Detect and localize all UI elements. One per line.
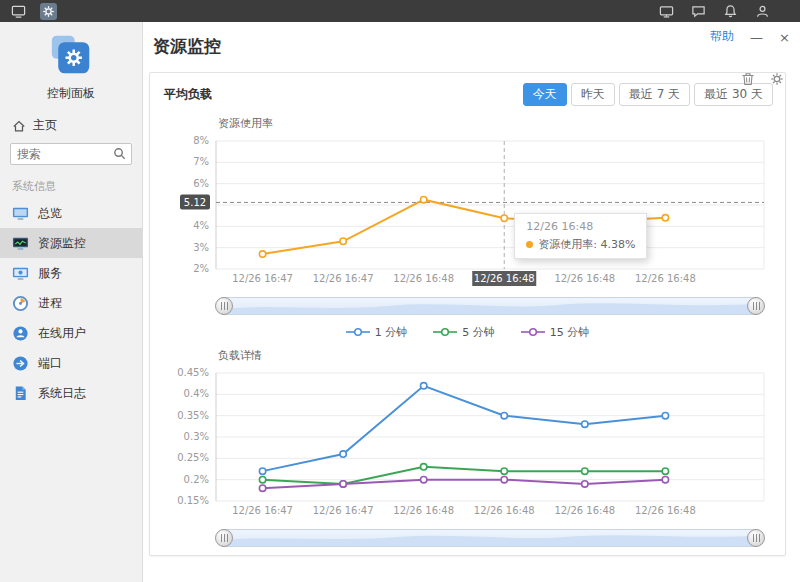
app-name: 控制面板 bbox=[0, 85, 142, 102]
legend-15min[interactable]: 15 分钟 bbox=[521, 325, 590, 340]
series-dot-icon bbox=[526, 241, 533, 248]
desktop-icon[interactable] bbox=[10, 3, 26, 19]
sidebar: 控制面板 主页 系统信息 总览 资源监控 服务 进程 bbox=[0, 22, 143, 582]
trash-icon[interactable] bbox=[741, 72, 755, 86]
chart-zoom-slider-2[interactable] bbox=[216, 529, 764, 547]
tooltip-time: 12/26 16:48 bbox=[526, 220, 635, 233]
svg-text:12/26 16:48: 12/26 16:48 bbox=[393, 505, 454, 516]
svg-text:7%: 7% bbox=[193, 156, 209, 167]
slider-wave bbox=[217, 298, 763, 314]
time-range-group: 今天 昨天 最近 7 天 最近 30 天 bbox=[523, 83, 773, 106]
svg-text:5.12: 5.12 bbox=[184, 197, 206, 208]
svg-text:4%: 4% bbox=[193, 220, 209, 231]
chart-zoom-slider-1[interactable] bbox=[216, 297, 764, 315]
processes-icon bbox=[12, 295, 29, 312]
svg-text:0.15%: 0.15% bbox=[177, 495, 209, 506]
system-logs-icon bbox=[12, 385, 29, 402]
search-icon[interactable] bbox=[112, 146, 127, 161]
svg-text:12/26 16:48: 12/26 16:48 bbox=[554, 273, 615, 284]
svg-text:12/26 16:48: 12/26 16:48 bbox=[635, 273, 696, 284]
svg-text:12/26 16:48: 12/26 16:48 bbox=[635, 505, 696, 516]
svg-text:0.35%: 0.35% bbox=[177, 409, 209, 420]
average-load-panel: 平均负载 今天 昨天 最近 7 天 最近 30 天 资源使用率 12/26 16… bbox=[149, 72, 786, 556]
chat-icon[interactable] bbox=[690, 3, 706, 19]
sidebar-item-home[interactable]: 主页 bbox=[0, 110, 142, 139]
svg-text:12/26 16:48: 12/26 16:48 bbox=[474, 273, 535, 284]
svg-text:8%: 8% bbox=[193, 135, 209, 146]
range-7days-button[interactable]: 最近 7 天 bbox=[619, 83, 690, 106]
range-today-button[interactable]: 今天 bbox=[523, 83, 567, 106]
grip-icon bbox=[221, 534, 228, 542]
slider-right-handle[interactable] bbox=[747, 529, 765, 547]
legend-marker-icon bbox=[521, 327, 545, 337]
control-panel-window: 控制面板 主页 系统信息 总览 资源监控 服务 进程 bbox=[0, 22, 800, 582]
online-users-icon bbox=[12, 325, 29, 342]
home-label: 主页 bbox=[33, 117, 57, 134]
home-icon bbox=[12, 119, 26, 133]
minimize-button[interactable]: — bbox=[750, 31, 763, 44]
overview-icon bbox=[12, 205, 29, 222]
load-legend: 1 分钟 5 分钟 15 分钟 bbox=[150, 325, 785, 340]
slider-wave bbox=[217, 530, 763, 546]
monitor-icon[interactable] bbox=[658, 3, 674, 19]
range-yesterday-button[interactable]: 昨天 bbox=[571, 83, 615, 106]
legend-marker-icon bbox=[346, 327, 370, 337]
range-30days-button[interactable]: 最近 30 天 bbox=[694, 83, 773, 106]
svg-text:12/26 16:47: 12/26 16:47 bbox=[232, 505, 293, 516]
sidebar-item-system-logs[interactable]: 系统日志 bbox=[0, 378, 142, 408]
help-link[interactable]: 帮助 bbox=[710, 28, 734, 46]
load-detail-chart-title: 负载详情 bbox=[218, 348, 785, 363]
svg-text:6%: 6% bbox=[193, 177, 209, 188]
section-system-info: 系统信息 bbox=[0, 173, 142, 198]
svg-text:12/26 16:47: 12/26 16:47 bbox=[313, 273, 374, 284]
page-tools bbox=[741, 72, 784, 86]
load-detail-chart[interactable]: 0.45%0.4%0.35%0.3%0.25%0.2%0.15%12/26 16… bbox=[152, 363, 782, 525]
sidebar-item-overview[interactable]: 总览 bbox=[0, 198, 142, 228]
control-panel-taskbar-icon[interactable] bbox=[40, 3, 57, 20]
grip-icon bbox=[753, 534, 760, 542]
slider-left-handle[interactable] bbox=[215, 529, 233, 547]
slider-right-handle[interactable] bbox=[747, 297, 765, 315]
svg-text:0.45%: 0.45% bbox=[177, 367, 209, 378]
svg-text:12/26 16:48: 12/26 16:48 bbox=[474, 505, 535, 516]
svg-text:12/26 16:48: 12/26 16:48 bbox=[393, 273, 454, 284]
sidebar-item-ports[interactable]: 端口 bbox=[0, 348, 142, 378]
svg-text:3%: 3% bbox=[193, 241, 209, 252]
close-button[interactable]: × bbox=[779, 31, 790, 44]
sidebar-item-services[interactable]: 服务 bbox=[0, 258, 142, 288]
app-logo-block: 控制面板 bbox=[0, 22, 142, 110]
slider-left-handle[interactable] bbox=[215, 297, 233, 315]
sidebar-item-resource-monitor[interactable]: 资源监控 bbox=[0, 228, 142, 258]
svg-text:12/26 16:48: 12/26 16:48 bbox=[554, 505, 615, 516]
tooltip-value: 资源使用率: 4.38% bbox=[538, 237, 635, 252]
ports-icon bbox=[12, 355, 29, 372]
grip-icon bbox=[221, 302, 228, 310]
system-topbar bbox=[0, 0, 800, 22]
panel-title: 平均负载 bbox=[164, 86, 212, 103]
notifications-icon[interactable] bbox=[722, 3, 738, 19]
sidebar-item-online-users[interactable]: 在线用户 bbox=[0, 318, 142, 348]
legend-1min[interactable]: 1 分钟 bbox=[346, 325, 408, 340]
services-icon bbox=[12, 265, 29, 282]
window-controls: 帮助 — × bbox=[710, 28, 790, 46]
legend-5min[interactable]: 5 分钟 bbox=[433, 325, 495, 340]
resource-monitor-icon bbox=[12, 235, 29, 252]
resource-usage-chart-title: 资源使用率 bbox=[218, 116, 785, 131]
svg-text:0.2%: 0.2% bbox=[184, 473, 209, 484]
grip-icon bbox=[753, 302, 760, 310]
svg-text:12/26 16:47: 12/26 16:47 bbox=[313, 505, 374, 516]
settings-icon[interactable] bbox=[770, 72, 784, 86]
main-content: 帮助 — × 资源监控 平均负载 今天 昨天 最近 7 天 最近 30 天 bbox=[143, 22, 800, 582]
sidebar-item-processes[interactable]: 进程 bbox=[0, 288, 142, 318]
page-title: 资源监控 bbox=[153, 35, 800, 58]
svg-text:0.4%: 0.4% bbox=[184, 388, 209, 399]
svg-text:0.3%: 0.3% bbox=[184, 431, 209, 442]
legend-marker-icon bbox=[433, 327, 457, 337]
resource-usage-chart[interactable]: 12/26 16:48 资源使用率: 4.38% 8%7%6%5%4%3%2%5… bbox=[152, 131, 782, 293]
svg-text:12/26 16:47: 12/26 16:47 bbox=[232, 273, 293, 284]
control-panel-icon bbox=[50, 34, 92, 76]
svg-text:0.25%: 0.25% bbox=[177, 452, 209, 463]
chart-tooltip: 12/26 16:48 资源使用率: 4.38% bbox=[514, 213, 647, 259]
user-icon[interactable] bbox=[754, 3, 770, 19]
svg-text:2%: 2% bbox=[193, 263, 209, 274]
